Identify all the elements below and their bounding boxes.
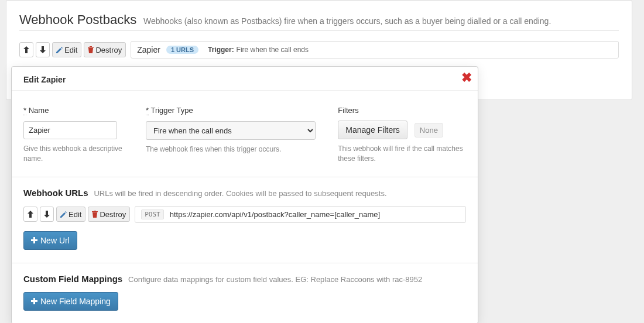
- urls-header: Webhook URLs URLs will be fired in desce…: [23, 188, 466, 198]
- trigger-label: Trigger:: [208, 46, 234, 54]
- url-move-down-button[interactable]: [40, 207, 54, 222]
- webhook-row: Edit Destroy Zapier 1 URLS Trigger: Fire…: [19, 41, 619, 59]
- urls-title: Webhook URLs: [23, 188, 88, 198]
- page-title: Webhook Postbacks: [19, 12, 136, 27]
- webhook-name: Zapier: [137, 45, 160, 54]
- webhook-urls-section: Webhook URLs URLs will be fired in desce…: [12, 177, 478, 263]
- move-down-button[interactable]: [36, 42, 50, 57]
- pencil-icon: [56, 47, 63, 53]
- trash-icon: [88, 46, 94, 53]
- arrow-up-icon: [23, 46, 29, 53]
- edit-label: Edit: [64, 46, 77, 54]
- modal-title: Edit Zapier: [23, 75, 66, 84]
- modal-body: * Name Give this webhook a descriptive n…: [12, 90, 478, 177]
- url-move-up-button[interactable]: [23, 207, 37, 222]
- filters-none-badge: None: [415, 123, 443, 138]
- name-field[interactable]: [23, 121, 117, 139]
- form-row: * Name Give this webhook a descriptive n…: [23, 106, 466, 164]
- http-method-badge: POST: [141, 209, 164, 219]
- url-entry: POST https://zapier.com/api/v1/postback?…: [135, 206, 466, 223]
- plus-icon: [31, 298, 37, 304]
- trigger-field-group: * Trigger Type Fire when the call ends T…: [146, 106, 320, 164]
- name-help: Give this webhook a descriptive name.: [23, 144, 128, 164]
- filters-label: Filters: [338, 106, 466, 115]
- urls-subtitle: URLs will be fired in descending order. …: [94, 189, 386, 198]
- pencil-icon: [60, 211, 67, 218]
- url-text: https://zapier.com/api/v1/postback?calle…: [170, 210, 381, 219]
- url-row: Edit Destroy POST https://zapier.com/api…: [23, 206, 466, 223]
- plus-icon: [31, 237, 37, 243]
- filters-help: This webhook will fire if the call match…: [338, 144, 466, 164]
- move-up-button[interactable]: [19, 42, 33, 57]
- destroy-button[interactable]: Destroy: [84, 42, 126, 57]
- mappings-subtitle: Configure data mappings for custom field…: [128, 275, 422, 284]
- mappings-title: Custom Field Mappings: [23, 274, 122, 284]
- arrow-up-icon: [28, 211, 33, 218]
- edit-button[interactable]: Edit: [52, 42, 81, 57]
- close-icon[interactable]: ✖: [461, 70, 472, 85]
- webhook-summary: Zapier 1 URLS Trigger: Fire when the cal…: [131, 41, 619, 59]
- url-destroy-button[interactable]: Destroy: [88, 207, 130, 222]
- arrow-down-icon: [40, 46, 46, 53]
- section-header: Webhook Postbacks Webhooks (also known a…: [19, 12, 619, 30]
- new-url-button[interactable]: New Url: [23, 231, 77, 250]
- url-edit-button[interactable]: Edit: [56, 207, 85, 222]
- trigger-type-select[interactable]: Fire when the call ends: [146, 121, 316, 140]
- new-field-mapping-button[interactable]: New Field Mapping: [23, 292, 118, 311]
- trigger-help: The webhook fires when this trigger occu…: [146, 145, 320, 154]
- trash-icon: [92, 211, 98, 218]
- trigger-value: Fire when the call ends: [237, 46, 309, 54]
- destroy-label: Destroy: [95, 46, 122, 54]
- url-count-badge: 1 URLS: [166, 46, 198, 54]
- modal-header: Edit Zapier ✖: [12, 67, 478, 90]
- filters-field-group: Filters Manage Filters None This webhook…: [338, 106, 466, 164]
- edit-webhook-modal: Edit Zapier ✖ * Name Give this webhook a…: [11, 66, 478, 323]
- name-field-group: * Name Give this webhook a descriptive n…: [23, 106, 128, 164]
- field-mappings-section: Custom Field Mappings Configure data map…: [12, 263, 478, 323]
- trigger-type-label: * Trigger Type: [146, 106, 320, 115]
- page-subtitle: Webhooks (also known as Postbacks) fire …: [143, 16, 551, 26]
- arrow-down-icon: [44, 211, 50, 218]
- manage-filters-button[interactable]: Manage Filters: [338, 121, 407, 139]
- name-label: * Name: [23, 106, 128, 115]
- mappings-header: Custom Field Mappings Configure data map…: [23, 274, 466, 284]
